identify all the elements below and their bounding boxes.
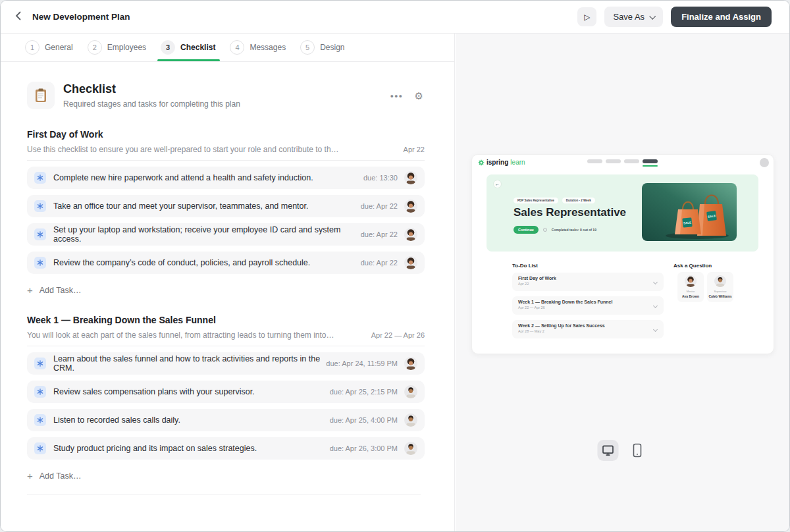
task-row[interactable]: Listen to recorded sales calls daily. du… <box>27 409 425 431</box>
logo-mark-icon <box>478 159 485 166</box>
gear-icon[interactable]: ⚙ <box>415 91 423 101</box>
tab-general[interactable]: 1 General <box>25 34 73 61</box>
logo-brand-text: ispring <box>487 159 508 166</box>
task-due-label: due: Apr 25, 2:15 PM <box>330 388 398 396</box>
add-task-label: Add Task… <box>40 286 82 295</box>
back-circle-button: ← <box>493 180 502 188</box>
completed-tasks-label: Completed tasks: 0 out of 10 <box>552 228 596 232</box>
checklist-actions: ••• ⚙ <box>390 91 423 101</box>
tab-design[interactable]: 5 Design <box>300 34 344 61</box>
todo-list-title: To-Do List <box>512 263 538 269</box>
app-window: New Development Plan ▷ Save As Finalize … <box>0 0 790 532</box>
progress-pill <box>624 159 639 163</box>
plus-icon: + <box>27 285 33 295</box>
person-avatar <box>685 275 697 287</box>
top-bar: New Development Plan ▷ Save As Finalize … <box>1 1 789 34</box>
step-tabs: 1 General 2 Employees 3 Checklist 4 Mess… <box>1 34 454 62</box>
checklist-title: Checklist <box>63 82 240 96</box>
task-row[interactable]: Set up your laptop and workstation; rece… <box>27 223 425 246</box>
step-number: 3 <box>161 40 175 55</box>
tab-label: Messages <box>250 43 286 52</box>
task-row[interactable]: Review sales compensation plans with you… <box>27 381 425 403</box>
todo-item-title: Week 2 — Setting Up for Sales Success <box>518 323 658 328</box>
step-number: 2 <box>88 40 102 55</box>
tab-label: Checklist <box>180 43 215 52</box>
progress-pill-active <box>643 159 658 167</box>
active-pill-underline <box>643 165 658 167</box>
hero-badges: PDP Sales Representative Duration - 2 We… <box>514 198 595 203</box>
task-text: Listen to recorded sales calls daily. <box>53 415 180 425</box>
task-due-label: due: Apr 22 <box>361 202 398 210</box>
task-row[interactable]: Complete new hire paperwork and attend a… <box>27 167 425 189</box>
save-as-button[interactable]: Save As <box>604 7 663 27</box>
checklist-content: Checklist Required stages and tasks for … <box>1 82 454 494</box>
step-number: 1 <box>25 40 40 55</box>
person-role: Supervisor <box>714 290 726 293</box>
tab-checklist[interactable]: 3 Checklist <box>161 34 215 61</box>
task-due-label: due: Apr 26, 3:00 PM <box>330 444 398 452</box>
preview-panel: ispring learn ← PDP Sales Repre <box>456 34 789 531</box>
add-task-button[interactable]: + Add Task… <box>27 285 81 295</box>
preview-progress-pills <box>587 159 658 167</box>
task-row[interactable]: Study product pricing and its impact on … <box>27 437 425 460</box>
chevron-down-icon <box>649 13 656 20</box>
task-due-label: due: Apr 22 <box>361 230 398 238</box>
task-assignee-avatar[interactable] <box>404 357 417 370</box>
todo-item-title: First Day of Work <box>518 276 658 280</box>
person-name: Ava Brown <box>682 294 699 298</box>
person-name: Caleb Williams <box>708 294 731 298</box>
add-task-button[interactable]: + Add Task… <box>27 471 81 481</box>
task-text: Review the company’s code of conduct, po… <box>53 258 310 267</box>
task-text: Set up your laptop and workstation; rece… <box>53 225 361 244</box>
todo-item: Week 1 — Breaking Down the Sales Funnel … <box>512 296 664 315</box>
task-assignee-avatar[interactable] <box>404 413 417 427</box>
desktop-toggle-button[interactable] <box>597 440 618 461</box>
required-asterisk-icon <box>34 228 46 240</box>
task-text: Take an office tour and meet your superv… <box>53 201 308 211</box>
progress-pill <box>587 159 602 163</box>
stage-section-week-1: Week 1 — Breaking Down the Sales Funnel … <box>27 315 425 494</box>
more-options-icon[interactable]: ••• <box>390 92 404 100</box>
section-subheader: You will look at each part of the sales … <box>27 331 425 346</box>
preview-run-button[interactable]: ▷ <box>577 7 596 26</box>
top-bar-actions: ▷ Save As Finalize and Assign <box>577 7 772 27</box>
page-title: New Development Plan <box>32 12 130 22</box>
task-row[interactable]: Take an office tour and meet your superv… <box>27 195 425 217</box>
task-row[interactable]: Learn about the sales funnel and how to … <box>27 352 425 375</box>
task-due-label: due: 13:30 <box>363 174 398 182</box>
task-due-label: due: Apr 24, 11:59 PM <box>326 359 398 367</box>
hero-cta-row: Continue Completed tasks: 0 out of 10 <box>514 226 596 234</box>
todo-item-title: Week 1 — Breaking Down the Sales Funnel <box>518 300 658 304</box>
section-description: You will look at each part of the sales … <box>27 331 334 340</box>
section-description: Use this checklist to ensure you are wel… <box>27 145 339 154</box>
task-assignee-avatar[interactable] <box>404 442 417 455</box>
step-number: 5 <box>300 40 315 55</box>
phone-icon <box>633 443 643 458</box>
tab-employees[interactable]: 2 Employees <box>88 34 146 61</box>
play-icon: ▷ <box>584 13 590 22</box>
todo-item-dates: Apr 22 — Apr 26 <box>518 306 658 309</box>
mobile-toggle-button[interactable] <box>627 440 648 461</box>
section-title: Week 1 — Breaking Down the Sales Funnel <box>27 315 425 325</box>
supervisor-card: Supervisor Caleb Williams <box>707 272 733 302</box>
chevron-left-icon <box>15 11 21 23</box>
shopping-bags-image: SALE SALE <box>642 183 737 241</box>
task-row[interactable]: Review the company’s code of conduct, po… <box>27 252 425 274</box>
task-assignee-avatar[interactable] <box>404 228 417 241</box>
progress-pill <box>606 159 621 163</box>
arrow-left-icon: ← <box>495 182 500 186</box>
plan-badge: PDP Sales Representative <box>514 198 558 203</box>
preview-header: ispring learn <box>472 155 774 173</box>
task-due-label: due: Apr 22 <box>361 259 398 267</box>
back-button[interactable] <box>10 9 26 25</box>
stage-section-first-day: First Day of Work Use this checklist to … <box>27 129 425 295</box>
finalize-and-assign-button[interactable]: Finalize and Assign <box>671 7 772 27</box>
tab-messages[interactable]: 4 Messages <box>230 34 286 61</box>
task-assignee-avatar[interactable] <box>404 385 417 398</box>
task-assignee-avatar[interactable] <box>404 171 417 184</box>
required-asterisk-icon <box>34 172 46 184</box>
task-assignee-avatar[interactable] <box>404 256 417 269</box>
task-text: Review sales compensation plans with you… <box>53 387 255 396</box>
editor-column: 1 General 2 Employees 3 Checklist 4 Mess… <box>1 34 455 531</box>
task-assignee-avatar[interactable] <box>404 200 417 213</box>
